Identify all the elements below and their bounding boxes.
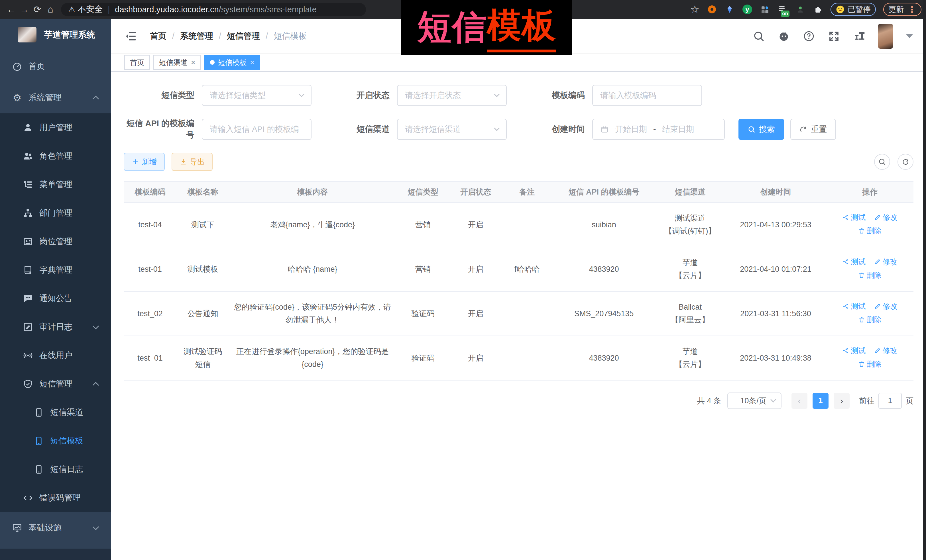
address-bar[interactable]: ⚠ 不安全 | dashboard.yudao.iocoder.cn/syste…: [61, 3, 366, 16]
edit-link[interactable]: 修改: [874, 345, 897, 357]
delete-link[interactable]: 删除: [858, 225, 882, 237]
sidebar-group-sms[interactable]: 短信管理: [0, 370, 111, 398]
browser-update-button[interactable]: 更新 ⋮: [883, 3, 921, 16]
sidebar-item-posts[interactable]: 岗位管理: [0, 227, 111, 256]
tab-sms-template[interactable]: 短信模板 ×: [204, 55, 260, 70]
test-link-label: 测试: [851, 300, 865, 312]
dashboard-icon: [12, 61, 22, 71]
sidebar-item-online-users[interactable]: 在线用户: [0, 341, 111, 370]
sms-type-input[interactable]: [210, 91, 300, 100]
sidebar-item-home[interactable]: 首页: [0, 51, 111, 82]
reset-button[interactable]: 重置: [790, 119, 836, 140]
browser-back-button[interactable]: ←: [5, 4, 18, 15]
delete-link[interactable]: 删除: [858, 358, 882, 370]
show-search-button[interactable]: [874, 154, 890, 170]
api-template-id-field[interactable]: [202, 119, 312, 140]
status-input[interactable]: [405, 91, 495, 100]
tab-home[interactable]: 首页: [124, 55, 150, 70]
fullscreen-icon[interactable]: [828, 30, 840, 42]
next-page-button[interactable]: ›: [834, 393, 850, 409]
close-icon[interactable]: ×: [250, 59, 254, 66]
sidebar-group-audit-log[interactable]: 审计日志: [0, 313, 111, 341]
extension-drop-icon[interactable]: [725, 4, 735, 15]
edit-link[interactable]: 修改: [874, 300, 897, 312]
font-size-icon[interactable]: [853, 30, 865, 42]
prev-page-button[interactable]: ‹: [791, 393, 808, 409]
sidebar-item-sms-template[interactable]: 短信模板: [0, 427, 111, 455]
sms-channel-select[interactable]: [397, 119, 507, 140]
cell-created: 2021-03-31 10:49:38: [725, 336, 826, 380]
sms-channel-input[interactable]: [405, 125, 495, 134]
edit-link[interactable]: 修改: [874, 256, 897, 268]
export-button[interactable]: 导出: [172, 152, 213, 171]
extension-grid-icon[interactable]: [760, 4, 770, 15]
test-link[interactable]: 测试: [842, 345, 865, 357]
edit-icon: [874, 214, 881, 221]
github-icon[interactable]: [778, 30, 790, 42]
bookmark-star-icon[interactable]: ☆: [690, 3, 699, 15]
test-link[interactable]: 测试: [842, 256, 865, 268]
sidebar-group-infrastructure[interactable]: 基础设施: [0, 512, 111, 543]
sidebar-group-system[interactable]: ⚙ 系统管理: [0, 82, 111, 113]
drop-icon: [725, 5, 734, 14]
extension-donut-icon[interactable]: [707, 4, 717, 15]
breadcrumb-sms[interactable]: 短信管理: [227, 30, 260, 42]
extensions-puzzle-icon[interactable]: [813, 4, 823, 15]
cell-actions: 测试 修改 删除: [826, 336, 914, 380]
api-template-id-input[interactable]: [210, 125, 304, 134]
browser-extensions-area: ☆ y on 已暂停 更新: [690, 3, 921, 16]
extension-y-icon[interactable]: y: [742, 4, 752, 15]
user-avatar[interactable]: [878, 24, 893, 49]
test-link[interactable]: 测试: [842, 211, 865, 223]
sidebar-item-sms-log[interactable]: 短信日志: [0, 455, 111, 484]
sidebar-item-notices[interactable]: 通知公告: [0, 284, 111, 313]
delete-link[interactable]: 删除: [858, 269, 882, 281]
sidebar-item-dictionaries[interactable]: 字典管理: [0, 256, 111, 284]
sidebar-item-error-codes[interactable]: 错误码管理: [0, 484, 111, 512]
test-link-label: 测试: [851, 256, 865, 268]
avatar-caret-icon[interactable]: [906, 34, 913, 38]
breadcrumb-home[interactable]: 首页: [150, 30, 166, 42]
search-button[interactable]: 搜索: [738, 119, 784, 140]
profile-paused-badge[interactable]: 已暂停: [831, 3, 876, 16]
extension-list-icon[interactable]: on: [778, 4, 788, 15]
test-link[interactable]: 测试: [842, 300, 865, 312]
sidebar-item-menus[interactable]: 菜单管理: [0, 171, 111, 199]
window-scrollbar[interactable]: [923, 0, 926, 560]
add-button[interactable]: 新增: [124, 152, 165, 171]
browser-menu-icon[interactable]: ⋮: [908, 5, 916, 15]
sidebar-item-sms-channel[interactable]: 短信渠道: [0, 398, 111, 427]
template-code-field[interactable]: [592, 85, 702, 106]
sms-type-select[interactable]: [202, 85, 312, 106]
current-page[interactable]: 1: [813, 393, 829, 409]
browser-forward-button[interactable]: →: [18, 4, 31, 15]
filter-label: 短信 API 的模板编号: [124, 118, 202, 141]
goto-page-input[interactable]: [878, 393, 902, 409]
phone-icon: [33, 436, 44, 446]
browser-reload-button[interactable]: ⟳: [31, 4, 44, 15]
sidebar-item-users[interactable]: 用户管理: [0, 113, 111, 142]
cell-code: test-01: [124, 247, 176, 291]
browser-home-button[interactable]: ⌂: [44, 4, 57, 15]
edit-link[interactable]: 修改: [874, 211, 897, 223]
close-icon[interactable]: ×: [191, 59, 195, 66]
delete-link[interactable]: 删除: [858, 314, 882, 326]
reset-button-label: 重置: [811, 124, 827, 135]
extension-person-icon[interactable]: [795, 4, 805, 15]
page-size-select[interactable]: 10条/页: [727, 392, 781, 409]
filter-label: 开启状态: [319, 90, 397, 101]
status-select[interactable]: [397, 85, 507, 106]
url-path: /system/sms/sms-template: [219, 5, 317, 14]
help-icon[interactable]: [803, 30, 815, 42]
sidebar-item-roles[interactable]: 角色管理: [0, 142, 111, 171]
breadcrumb-system[interactable]: 系统管理: [180, 30, 213, 42]
template-code-input[interactable]: [600, 91, 694, 100]
date-range-picker[interactable]: 开始日期 - 结束日期: [592, 119, 725, 140]
sidebar-logo-row[interactable]: 芋道管理系统: [0, 19, 111, 51]
cell-name: 测试验证码短信: [176, 336, 229, 380]
sidebar-item-departments[interactable]: 部门管理: [0, 199, 111, 227]
tab-sms-channel[interactable]: 短信渠道 ×: [153, 55, 201, 70]
refresh-table-button[interactable]: [897, 154, 914, 170]
collapse-sidebar-icon[interactable]: [124, 30, 137, 42]
search-icon[interactable]: [753, 30, 765, 42]
